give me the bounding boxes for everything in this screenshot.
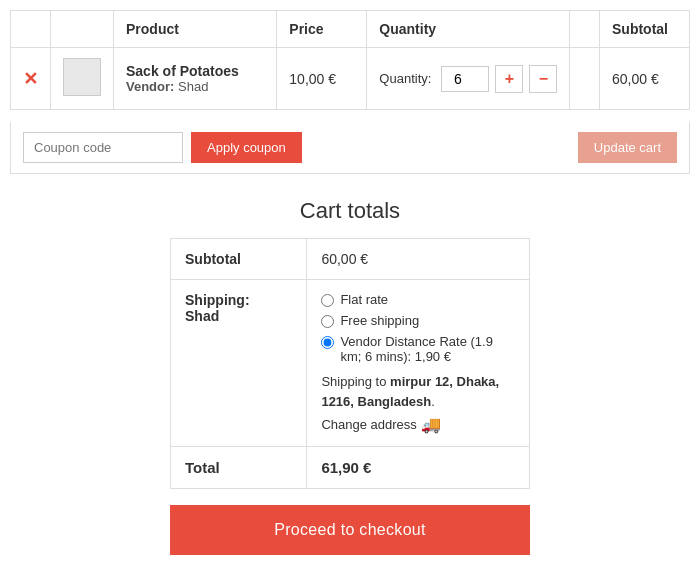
remove-item-button[interactable]: ✕ <box>23 70 38 88</box>
shipping-radio-distance[interactable] <box>321 336 334 349</box>
coupon-input[interactable] <box>23 132 183 163</box>
product-subtotal-cell: 60,00 € <box>600 48 690 110</box>
quantity-decrease-button[interactable]: − <box>529 65 557 93</box>
shipping-label-cell: Shipping: Shad <box>171 280 307 447</box>
total-row: Total 61,90 € <box>171 447 530 489</box>
shipping-option-free[interactable]: Free shipping <box>321 313 515 328</box>
quantity-cell: Quantity: + − <box>367 48 570 110</box>
vendor-label: Vendor: <box>126 79 174 94</box>
update-cart-button[interactable]: Update cart <box>578 132 677 163</box>
quantity-label: Quantity: <box>379 71 431 86</box>
change-address-label: Change address <box>321 417 416 432</box>
quantity-wrapper: Quantity: + − <box>379 65 557 93</box>
product-thumbnail <box>63 58 101 96</box>
change-address-link[interactable]: Change address 🚚 <box>321 415 515 434</box>
col-header-quantity: Quantity <box>367 11 570 48</box>
totals-table: Subtotal 60,00 € Shipping: Shad Flat rat… <box>170 238 530 489</box>
product-thumb-cell <box>51 48 114 110</box>
shipping-row: Shipping: Shad Flat rate Free shipping <box>171 280 530 447</box>
subtotal-value: 60,00 € <box>307 239 530 280</box>
table-row: ✕ Sack of Potatoes Vendor: Shad 10,00 € … <box>11 48 690 110</box>
subtotal-label: Subtotal <box>171 239 307 280</box>
shipping-to-text: Shipping to <box>321 374 386 389</box>
cart-table: Product Price Quantity Subtotal ✕ Sack o… <box>10 10 690 110</box>
shipping-option-flat[interactable]: Flat rate <box>321 292 515 307</box>
quantity-increase-button[interactable]: + <box>495 65 523 93</box>
col-header-price: Price <box>277 11 367 48</box>
vendor-name: Shad <box>178 79 208 94</box>
cart-totals-title: Cart totals <box>170 198 530 224</box>
shipping-label-line1: Shipping: <box>185 292 292 308</box>
product-price-cell: 10,00 € <box>277 48 367 110</box>
quantity-input[interactable] <box>441 66 489 92</box>
shipping-flat-label: Flat rate <box>340 292 388 307</box>
product-info-cell: Sack of Potatoes Vendor: Shad <box>114 48 277 110</box>
checkout-button[interactable]: Proceed to checkout <box>170 505 530 555</box>
apply-coupon-button[interactable]: Apply coupon <box>191 132 302 163</box>
col-header-remove <box>11 11 51 48</box>
total-value: 61,90 € <box>307 447 530 489</box>
col-header-product: Product <box>114 11 277 48</box>
product-name: Sack of Potatoes <box>126 63 264 79</box>
empty-cell <box>570 48 600 110</box>
shipping-options-cell: Flat rate Free shipping Vendor Distance … <box>307 280 530 447</box>
col-header-subtotal: Subtotal <box>600 11 690 48</box>
remove-cell: ✕ <box>11 48 51 110</box>
shipping-free-label: Free shipping <box>340 313 419 328</box>
shipping-address: Shipping to mirpur 12, Dhaka, 1216, Bang… <box>321 372 515 411</box>
coupon-row: Apply coupon Update cart <box>10 122 690 174</box>
total-label: Total <box>171 447 307 489</box>
shipping-distance-label: Vendor Distance Rate (1.9 km; 6 mins): 1… <box>340 334 515 364</box>
product-price: 10,00 € <box>289 71 336 87</box>
product-subtotal: 60,00 € <box>612 71 659 87</box>
shipping-options: Flat rate Free shipping Vendor Distance … <box>321 292 515 364</box>
col-header-thumb <box>51 11 114 48</box>
truck-icon: 🚚 <box>421 415 441 434</box>
cart-totals-section: Cart totals Subtotal 60,00 € Shipping: S… <box>170 198 530 555</box>
col-header-empty <box>570 11 600 48</box>
subtotal-row: Subtotal 60,00 € <box>171 239 530 280</box>
vendor-line: Vendor: Shad <box>126 79 264 94</box>
shipping-radio-flat[interactable] <box>321 294 334 307</box>
shipping-radio-free[interactable] <box>321 315 334 328</box>
shipping-option-distance[interactable]: Vendor Distance Rate (1.9 km; 6 mins): 1… <box>321 334 515 364</box>
shipping-label-line2: Shad <box>185 308 292 324</box>
coupon-left: Apply coupon <box>23 132 302 163</box>
